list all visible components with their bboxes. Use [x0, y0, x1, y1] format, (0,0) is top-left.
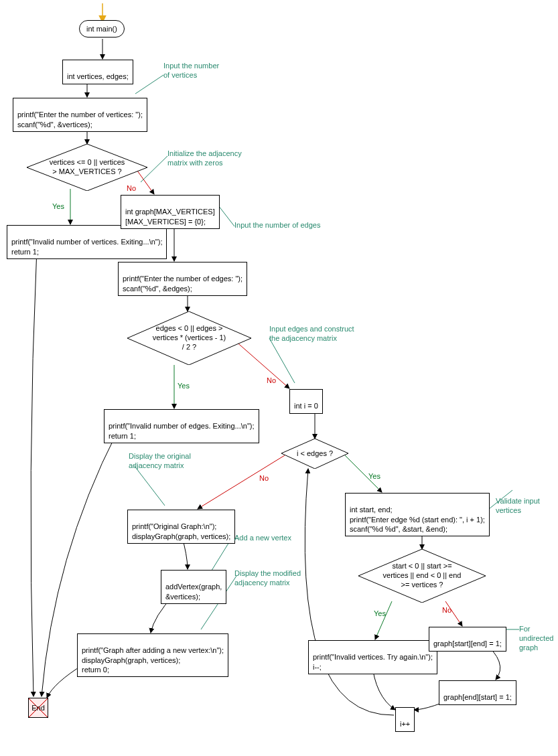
annot-a7: Display the original adjacency matrix	[129, 452, 191, 471]
process-n4: int graph[MAX_VERTICES] [MAX_VERTICES] =…	[121, 195, 220, 229]
process-n5: printf("Enter the number of edges: "); s…	[118, 262, 247, 296]
d2-text: edges < 0 || edges > vertices * (vertice…	[150, 324, 228, 352]
svg-line-14	[134, 465, 165, 506]
n5-text: printf("Enter the number of edges: "); s…	[123, 275, 242, 292]
annot-a4: Input edges and construct the adjacency …	[269, 325, 354, 344]
n2-text: printf("Enter the number of vertices: ")…	[17, 110, 143, 128]
n6-text: printf("Invalid number of edges. Exiting…	[109, 422, 255, 439]
annot-a2: Initialize the adjacency matrix with zer…	[167, 149, 242, 168]
d4-text: start < 0 || start >= vertices || end < …	[380, 562, 464, 589]
n15-text: printf("Graph after adding a new vertex:…	[82, 646, 224, 674]
process-n8: int start, end; printf("Enter edge %d (s…	[345, 493, 490, 536]
start-node: int main()	[79, 20, 125, 37]
d3-no: No	[259, 474, 269, 482]
process-n12: i++	[395, 707, 415, 732]
process-n6: printf("Invalid number of edges. Exiting…	[104, 409, 259, 443]
process-n15: printf("Graph after adding a new vertex:…	[77, 633, 228, 677]
n10-text: graph[start][end] = 1;	[433, 639, 502, 648]
annot-a3: Input the number of edges	[234, 221, 320, 230]
n8-text: int start, end; printf("Enter edge %d (s…	[350, 506, 485, 533]
process-n7: int i = 0	[289, 389, 323, 414]
d2-no: No	[267, 376, 276, 384]
d2-yes: Yes	[178, 382, 190, 390]
decision-d4: start < 0 || start >= vertices || end < …	[358, 549, 486, 603]
start-label: int main()	[86, 25, 117, 33]
annot-a5: Validate input vertices	[496, 497, 558, 516]
annot-a1: Input the number of vertices	[163, 62, 219, 80]
end-label: End	[31, 704, 45, 712]
n4-text: int graph[MAX_VERTICES] [MAX_VERTICES] =…	[125, 208, 215, 225]
process-n14: addVertex(graph, &vertices);	[161, 570, 226, 604]
n13-text: printf("Original Graph:\n"); displayGrap…	[132, 522, 230, 540]
d1-yes: Yes	[52, 202, 64, 210]
n11-text: graph[end][start] = 1;	[443, 693, 512, 701]
annot-a6: For undirected graph	[519, 625, 558, 652]
n14-text: addVertex(graph, &vertices);	[165, 583, 222, 600]
n12-text: i++	[400, 720, 410, 728]
n9-text: printf("Invalid vertices. Try again.\n")…	[313, 653, 433, 670]
annot-a9: Display the modified adjacency matrix	[234, 569, 301, 588]
process-n9: printf("Invalid vertices. Try again.\n")…	[308, 640, 437, 674]
d3-text: i < edges ?	[294, 449, 336, 459]
d3-yes: Yes	[368, 472, 380, 480]
decision-d3: i < edges ?	[281, 439, 348, 469]
d4-no: No	[442, 606, 451, 614]
end-node: End	[28, 698, 48, 718]
d4-yes: Yes	[374, 609, 386, 617]
decision-d2: edges < 0 || edges > vertices * (vertice…	[127, 311, 251, 365]
d1-no: No	[127, 184, 136, 192]
process-n10: graph[start][end] = 1;	[429, 627, 506, 652]
n7-text: int i = 0	[294, 402, 318, 410]
svg-line-8	[135, 75, 163, 94]
svg-line-10	[218, 206, 234, 226]
process-n13: printf("Original Graph:\n"); displayGrap…	[127, 510, 235, 544]
annot-a8: Add a new vertex	[234, 534, 291, 543]
n3-text: printf("Invalid number of vertices. Exit…	[11, 238, 162, 255]
process-n11: graph[end][start] = 1;	[439, 680, 516, 705]
d1-text: vertices <= 0 || vertices > MAX_VERTICES…	[47, 158, 128, 177]
process-n1: int vertices, edges;	[62, 60, 133, 84]
process-n2: printf("Enter the number of vertices: ")…	[13, 98, 147, 132]
process-n3: printf("Invalid number of vertices. Exit…	[7, 225, 167, 259]
svg-line-15	[210, 539, 231, 573]
n1-text: int vertices, edges;	[67, 72, 129, 80]
